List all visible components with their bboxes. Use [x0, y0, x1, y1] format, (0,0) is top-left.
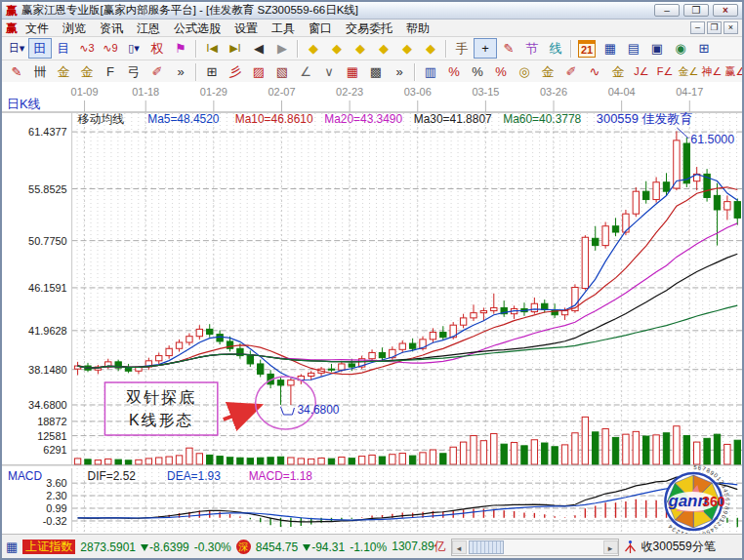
gold-comb-tool-1[interactable]: 金: [52, 61, 75, 82]
window-minimize-button[interactable]: –: [654, 4, 680, 17]
gold-line-tool[interactable]: 金: [536, 61, 559, 82]
ying-angle-tool[interactable]: 赢∠: [723, 61, 742, 82]
more-tools-1[interactable]: »: [169, 61, 192, 82]
line-tool[interactable]: 线: [544, 38, 567, 59]
gann-fan-tool[interactable]: 彡: [224, 61, 247, 82]
gold-circle-tool[interactable]: ◎: [513, 61, 536, 82]
wave-3-tool[interactable]: ∿3: [75, 38, 99, 59]
festival-tool[interactable]: 节: [520, 38, 544, 59]
ma-legend-item: Ma5=48.4520: [147, 112, 220, 126]
menu-交易委托[interactable]: 交易委托: [340, 20, 398, 36]
candle-style-selector[interactable]: ▯▾: [122, 38, 145, 59]
volume-bar: [694, 442, 700, 464]
gold-comb-tool-2[interactable]: 金: [75, 61, 99, 82]
next-bar-button[interactable]: ▶: [270, 38, 294, 59]
gann-square-fan-tool[interactable]: ▧: [270, 61, 294, 82]
data-transfer-tool[interactable]: ⊞: [692, 38, 716, 59]
menu-江恩[interactable]: 江恩: [131, 20, 166, 36]
spiral-tool[interactable]: 弓: [122, 61, 145, 82]
volume-bar: [85, 460, 91, 464]
price-grid-tool[interactable]: ▦: [341, 61, 364, 82]
volume-bar: [237, 458, 243, 464]
kline-chart[interactable]: 01-0901-1801-2902-0702-2303-0603-1503-26…: [2, 82, 742, 534]
notepad-tool[interactable]: ▤: [622, 38, 645, 59]
wave-9-tool[interactable]: ∿9: [99, 38, 122, 59]
volume-bar: [298, 459, 304, 464]
j-angle-tool[interactable]: J∠: [630, 61, 653, 82]
chart-view-toggle[interactable]: 田: [28, 38, 52, 59]
menu-公式选股[interactable]: 公式选股: [168, 20, 227, 36]
v-lines-tool[interactable]: ∨: [317, 61, 341, 82]
window-restore-button[interactable]: ❐: [683, 4, 709, 17]
volume-bar: [227, 458, 232, 464]
gold-line-tool-2[interactable]: 金: [606, 61, 630, 82]
chip-distribution-flag[interactable]: ⚑: [169, 38, 192, 59]
candlestick: [593, 238, 599, 245]
stat-bars-tool[interactable]: ▥: [419, 61, 442, 82]
menu-工具[interactable]: 工具: [266, 20, 301, 36]
last-page-button[interactable]: ▶Ⅰ: [224, 38, 247, 59]
mdi-restore-button[interactable]: ❐: [707, 21, 722, 34]
gann-comb-tool[interactable]: 卌: [28, 61, 52, 82]
quote-grid-icon[interactable]: ▦: [6, 540, 18, 554]
scroll-right-button[interactable]: ▸: [603, 540, 618, 554]
candlestick: [460, 318, 466, 325]
scroll-left-button[interactable]: ◂: [452, 540, 467, 554]
mdi-minimize-button[interactable]: –: [690, 21, 705, 34]
down-triangle-icon: [141, 544, 148, 551]
zoom-out-diamond[interactable]: ◆: [349, 38, 372, 59]
gold-angle-tool[interactable]: 金∠: [677, 61, 700, 82]
annotate-pen-tool[interactable]: ✎: [497, 38, 520, 59]
calendar-tool[interactable]: 21: [578, 40, 596, 58]
menu-窗口[interactable]: 窗口: [303, 20, 338, 36]
menu-浏览[interactable]: 浏览: [57, 20, 92, 36]
candlestick: [430, 333, 435, 340]
menu-文件[interactable]: 文件: [20, 20, 55, 36]
shen-angle-tool[interactable]: 神∠: [700, 61, 723, 82]
crosshair-tool[interactable]: +: [474, 38, 497, 59]
scroll-thumb[interactable]: [469, 540, 504, 554]
angle-lines-tool[interactable]: ∠: [294, 61, 317, 82]
index-name-badge[interactable]: 上证指数: [22, 540, 75, 554]
prev-bar-button[interactable]: ◀: [247, 38, 270, 59]
gann-box-fan-tool[interactable]: ▨: [247, 61, 270, 82]
volume-bar: [593, 432, 599, 464]
wave-box-tool[interactable]: ∿: [583, 61, 606, 82]
fibonacci-comb-tool[interactable]: F: [99, 61, 122, 82]
toolbar-separator: [445, 40, 447, 58]
menu-资讯[interactable]: 资讯: [94, 20, 129, 36]
web-export-tool[interactable]: ◉: [669, 38, 692, 59]
f-angle-tool[interactable]: F∠: [653, 61, 677, 82]
marker-pen-tool[interactable]: ✐: [145, 61, 169, 82]
percent-line-tool[interactable]: %: [489, 61, 513, 82]
menu-设置[interactable]: 设置: [228, 20, 264, 36]
zoom-in-diamond[interactable]: ◆: [372, 38, 395, 59]
gann-box-tool[interactable]: ⊞: [200, 61, 224, 82]
first-page-button[interactable]: Ⅰ◀: [200, 38, 224, 59]
measure-pen-tool[interactable]: ✐: [559, 61, 583, 82]
status-bar: ▦ 上证指数 2873.5901 -8.6399 -0.30% 深 8454.7…: [2, 534, 744, 559]
expand-left-diamond[interactable]: ◆: [302, 38, 325, 59]
draw-brush-tool[interactable]: ✎: [5, 61, 28, 82]
expand-diamond[interactable]: ◆: [419, 38, 442, 59]
save-tool[interactable]: ▣: [645, 38, 669, 59]
compress-diamond[interactable]: ◆: [395, 38, 419, 59]
percent-tool[interactable]: %: [466, 61, 489, 82]
mdi-close-button[interactable]: ×: [723, 21, 738, 34]
restore-rights[interactable]: 权: [145, 38, 169, 59]
window-title: 赢家江恩专业版[赢家内部服务平台] - [佳发教育 SZ300559-66日K线…: [21, 3, 650, 18]
info-panel[interactable]: 目: [52, 38, 75, 59]
period-day-selector[interactable]: 日▾: [5, 38, 28, 59]
expand-right-diamond[interactable]: ◆: [325, 38, 349, 59]
price-grid-arrow-tool[interactable]: ▩: [364, 61, 388, 82]
pan-hand-tool[interactable]: 手: [450, 38, 474, 59]
price-axis-label: 38.1480: [28, 364, 67, 376]
window-close-button[interactable]: ×: [713, 4, 738, 17]
calculator-tool[interactable]: ▦: [599, 38, 622, 59]
more-tools-2[interactable]: »: [388, 61, 411, 82]
chart-horizontal-scrollbar[interactable]: ◂ ▸: [451, 539, 619, 556]
shenzhen-badge-icon[interactable]: 深: [236, 540, 251, 554]
menu-帮助[interactable]: 帮助: [400, 20, 435, 36]
volume-axis-label: 6291: [43, 444, 66, 456]
percent-zone-tool[interactable]: %: [442, 61, 466, 82]
